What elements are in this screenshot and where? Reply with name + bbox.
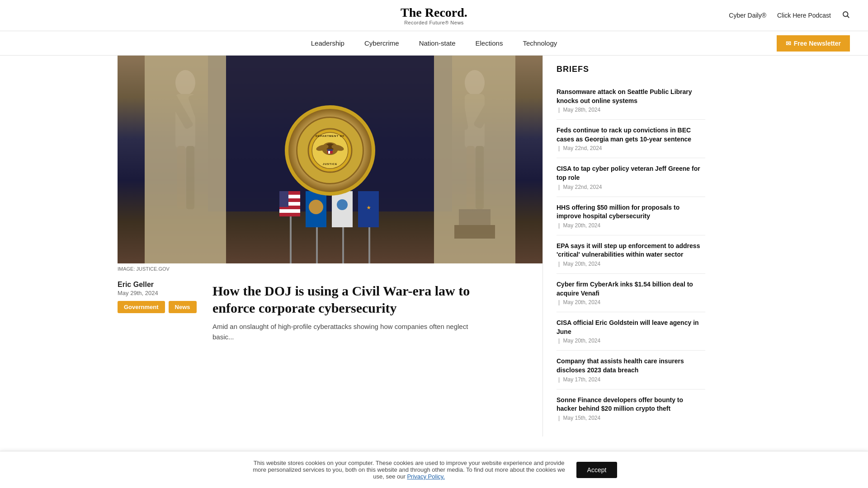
- brief-item: Ransomware attack on Seattle Public Libr…: [557, 81, 705, 120]
- brief-headline[interactable]: EPA says it will step up enforcement to …: [557, 242, 705, 259]
- nav-technology[interactable]: Technology: [513, 31, 567, 55]
- brief-item: CISA official Eric Goldstein will leave …: [557, 312, 705, 351]
- site-logo[interactable]: The Record. Recorded Future® News: [401, 5, 467, 25]
- nav-leadership[interactable]: Leadership: [301, 31, 354, 55]
- newsletter-button[interactable]: ✉ Free Newsletter: [777, 35, 850, 52]
- brief-meta: | May 20th, 2024: [557, 299, 705, 305]
- logo-title: The Record.: [401, 5, 467, 20]
- brief-item: HHS offering $50 million for proposals t…: [557, 197, 705, 235]
- hero-image: DEPARTMENT OF JUSTICE: [118, 56, 542, 263]
- brief-meta: | May 28th, 2024: [557, 107, 705, 113]
- page-content: DEPARTMENT OF JUSTICE: [118, 56, 750, 436]
- brief-date: May 20th, 2024: [563, 261, 600, 267]
- statue-right: [434, 56, 515, 263]
- nav-elections[interactable]: Elections: [466, 31, 513, 55]
- svg-rect-28: [454, 225, 495, 239]
- brief-headline[interactable]: Ransomware attack on Seattle Public Libr…: [557, 88, 705, 105]
- hero-image-container: DEPARTMENT OF JUSTICE: [118, 56, 542, 263]
- svg-point-40: [309, 200, 323, 214]
- article-content: How the DOJ is using a Civil War-era law…: [208, 275, 542, 342]
- brief-headline[interactable]: HHS offering $50 million for proposals t…: [557, 203, 705, 221]
- svg-text:DEPARTMENT OF: DEPARTMENT OF: [316, 135, 344, 137]
- top-bar-right: Cyber Daily® Click Here Podcast: [729, 10, 850, 21]
- tag-news[interactable]: News: [169, 301, 197, 313]
- brief-date: May 15th, 2024: [563, 415, 600, 421]
- svg-rect-26: [476, 146, 484, 209]
- svg-point-21: [465, 70, 485, 95]
- article-headline: How the DOJ is using a Civil War-era law…: [212, 282, 475, 316]
- svg-rect-36: [279, 213, 300, 216]
- svg-point-3: [175, 70, 195, 95]
- svg-text:JUSTICE: JUSTICE: [323, 163, 337, 165]
- svg-rect-27: [459, 209, 491, 227]
- nav-nation-state[interactable]: Nation-state: [409, 31, 466, 55]
- sidebar: BRIEFS Ransomware attack on Seattle Publ…: [542, 56, 714, 436]
- brief-headline[interactable]: CISA to tap cyber policy veteran Jeff Gr…: [557, 164, 705, 182]
- brief-headline[interactable]: Cyber firm CyberArk inks $1.54 billion d…: [557, 280, 705, 298]
- briefs-title: BRIEFS: [557, 65, 705, 74]
- svg-rect-19: [327, 149, 333, 151]
- brief-headline[interactable]: CISA official Eric Goldstein will leave …: [557, 319, 705, 336]
- cyber-daily-link[interactable]: Cyber Daily®: [729, 12, 766, 19]
- nav-cybercrime[interactable]: Cybercrime: [354, 31, 409, 55]
- podcast-link[interactable]: Click Here Podcast: [777, 12, 831, 19]
- brief-date: May 17th, 2024: [563, 376, 600, 383]
- brief-date: May 22nd, 2024: [563, 145, 602, 151]
- brief-item: CISA to tap cyber policy veteran Jeff Gr…: [557, 158, 705, 197]
- svg-rect-8: [186, 146, 194, 209]
- brief-headline[interactable]: Feds continue to rack up convictions in …: [557, 126, 705, 144]
- flag-blue2: ★: [358, 191, 381, 263]
- brief-item: Sonne Finance developers offer bounty to…: [557, 389, 705, 427]
- email-icon: ✉: [786, 40, 791, 47]
- brief-item: EPA says it will step up enforcement to …: [557, 235, 705, 274]
- flag-us: [279, 191, 302, 263]
- article-main: DEPARTMENT OF JUSTICE: [118, 56, 542, 436]
- image-credit: IMAGE: JUSTICE.GOV: [118, 263, 542, 275]
- svg-line-1: [847, 16, 849, 17]
- logo-subtitle: Recorded Future® News: [401, 20, 467, 25]
- svg-text:★: ★: [367, 205, 371, 210]
- briefs-list: Ransomware attack on Seattle Public Libr…: [557, 81, 705, 427]
- search-icon: [842, 10, 850, 19]
- svg-rect-7: [177, 146, 185, 209]
- svg-rect-37: [279, 191, 288, 207]
- brief-date: May 20th, 2024: [563, 299, 600, 305]
- main-nav: Leadership Cybercrime Nation-state Elect…: [0, 31, 868, 56]
- statue-left: [145, 56, 226, 263]
- brief-meta: | May 20th, 2024: [557, 222, 705, 229]
- brief-date: May 22nd, 2024: [563, 184, 602, 190]
- tag-government[interactable]: Government: [118, 301, 165, 313]
- brief-meta: | May 17th, 2024: [557, 376, 705, 383]
- brief-item: Cyber firm CyberArk inks $1.54 billion d…: [557, 274, 705, 312]
- brief-meta: | May 20th, 2024: [557, 261, 705, 267]
- author-name: Eric Geller: [118, 281, 208, 289]
- brief-meta: | May 15th, 2024: [557, 415, 705, 421]
- svg-rect-25: [467, 146, 475, 209]
- flag-white: [332, 191, 354, 263]
- svg-point-43: [337, 199, 348, 210]
- brief-meta: | May 22nd, 2024: [557, 145, 705, 151]
- article-body-preview: Amid an onslaught of high-profile cybera…: [212, 322, 475, 342]
- brief-headline[interactable]: Company that assists health care insurer…: [557, 357, 705, 375]
- brief-meta: | May 20th, 2024: [557, 338, 705, 344]
- article-date: May 29th, 2024: [118, 290, 208, 296]
- search-button[interactable]: [842, 10, 850, 21]
- doj-seal: DEPARTMENT OF JUSTICE: [285, 105, 375, 196]
- brief-item: Feds continue to rack up convictions in …: [557, 120, 705, 158]
- brief-headline[interactable]: Sonne Finance developers offer bounty to…: [557, 396, 705, 413]
- article-meta: Eric Geller May 29th, 2024 Government Ne…: [118, 275, 208, 342]
- brief-date: May 20th, 2024: [563, 222, 600, 229]
- brief-date: May 28th, 2024: [563, 107, 600, 113]
- brief-item: Company that assists health care insurer…: [557, 351, 705, 389]
- flag-blue: [306, 191, 328, 263]
- article-tags: Government News: [118, 301, 208, 313]
- svg-rect-35: [279, 209, 300, 213]
- brief-meta: | May 22nd, 2024: [557, 184, 705, 190]
- top-bar: The Record. Recorded Future® News Cyber …: [0, 0, 868, 31]
- brief-date: May 20th, 2024: [563, 338, 600, 344]
